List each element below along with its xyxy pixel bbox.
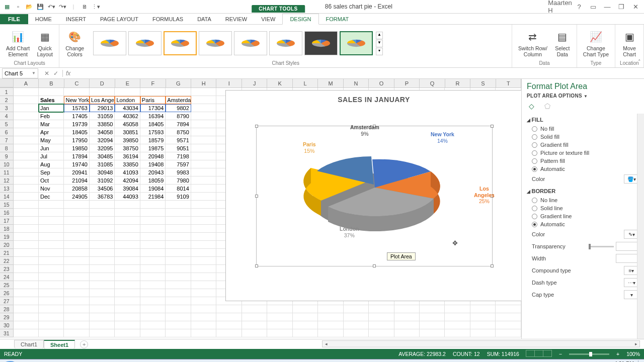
cell[interactable]: Los Angeles — [90, 96, 115, 104]
gallery-more-icon[interactable]: ▾ — [376, 48, 383, 55]
cell[interactable] — [64, 297, 89, 305]
new-icon[interactable]: ▫ — [14, 3, 22, 11]
cell[interactable]: 31085 — [90, 160, 115, 168]
change-chart-type-button[interactable]: 📈Change Chart Type — [580, 28, 612, 58]
cell[interactable] — [318, 313, 343, 321]
sheet-tab-sheet1[interactable]: Sheet1 — [44, 340, 75, 349]
cell[interactable] — [64, 233, 89, 241]
cell[interactable]: 17304 — [140, 104, 166, 112]
cell[interactable]: 36783 — [90, 193, 115, 201]
cell[interactable] — [445, 329, 470, 337]
cell[interactable] — [420, 305, 445, 313]
cell[interactable] — [140, 273, 166, 281]
cell[interactable] — [115, 281, 140, 289]
col-header-C[interactable]: C — [64, 79, 90, 87]
cell[interactable] — [394, 329, 420, 337]
pane-subtitle[interactable]: PLOT AREA OPTIONS ▼ — [522, 92, 644, 102]
cell[interactable] — [90, 233, 115, 241]
cell[interactable] — [216, 313, 242, 321]
cell[interactable]: 18579 — [140, 136, 166, 144]
view-normal-icon[interactable] — [526, 350, 535, 357]
chart-style-5[interactable] — [234, 31, 267, 55]
cell[interactable] — [191, 281, 216, 289]
cell[interactable] — [90, 281, 115, 289]
cell[interactable] — [14, 152, 39, 160]
cell[interactable]: 34058 — [90, 128, 115, 136]
cell[interactable] — [90, 273, 115, 281]
cell[interactable] — [191, 176, 216, 185]
cell[interactable] — [115, 265, 140, 273]
cell[interactable] — [166, 88, 191, 96]
cell[interactable] — [191, 193, 216, 201]
cell[interactable]: 20858 — [64, 185, 89, 193]
col-header-A[interactable]: A — [14, 79, 39, 87]
cell[interactable] — [191, 297, 216, 305]
cell[interactable] — [39, 321, 64, 329]
cell[interactable] — [90, 297, 115, 305]
cell[interactable] — [140, 321, 166, 329]
cell[interactable] — [496, 313, 521, 321]
cell[interactable]: Amsterdam — [166, 96, 191, 104]
cell[interactable]: 34506 — [90, 185, 115, 193]
cell[interactable] — [14, 96, 39, 104]
chart-style-1[interactable] — [93, 31, 126, 55]
cell[interactable] — [115, 217, 140, 225]
cell[interactable]: 36194 — [115, 152, 140, 160]
cell[interactable] — [64, 88, 89, 96]
width-input[interactable] — [616, 254, 639, 263]
cell[interactable] — [344, 313, 369, 321]
cell[interactable] — [39, 217, 64, 225]
cell[interactable] — [166, 241, 191, 249]
cell[interactable] — [166, 201, 191, 209]
tab-format[interactable]: FORMAT — [319, 14, 356, 24]
cell[interactable] — [420, 321, 445, 329]
cell[interactable] — [496, 305, 521, 313]
cell[interactable] — [90, 289, 115, 297]
cell[interactable] — [191, 128, 216, 136]
cell[interactable] — [191, 209, 216, 217]
namebox-dropdown-icon[interactable]: ▼ — [32, 71, 36, 75]
cell[interactable]: 39084 — [115, 185, 140, 193]
cell[interactable] — [64, 209, 89, 217]
cell[interactable] — [191, 313, 216, 321]
row-header[interactable]: 28 — [0, 305, 14, 313]
chart-style-2[interactable] — [128, 31, 162, 55]
cell[interactable] — [39, 241, 64, 249]
cell[interactable]: 29013 — [90, 104, 115, 112]
cell[interactable] — [470, 305, 496, 313]
cell[interactable] — [140, 217, 166, 225]
cell[interactable] — [140, 249, 166, 257]
cell[interactable] — [64, 289, 89, 297]
cell[interactable]: 41093 — [115, 168, 140, 176]
col-header-F[interactable]: F — [140, 79, 166, 87]
col-header-O[interactable]: O — [369, 79, 394, 87]
cell[interactable]: 18405 — [140, 120, 166, 128]
col-header-D[interactable]: D — [90, 79, 115, 87]
row-header[interactable]: 26 — [0, 289, 14, 297]
cell[interactable] — [140, 233, 166, 241]
cell[interactable] — [39, 249, 64, 257]
chart-style-6[interactable] — [269, 31, 302, 55]
cell[interactable]: 38750 — [115, 144, 140, 152]
cell[interactable] — [39, 305, 64, 313]
open-icon[interactable]: 📂 — [25, 3, 33, 11]
fill-section-header[interactable]: FILL — [527, 114, 642, 125]
cell[interactable] — [293, 305, 318, 313]
cell[interactable] — [39, 297, 64, 305]
close-icon[interactable]: ✕ — [629, 2, 642, 12]
opt-solid-line[interactable]: Solid line — [527, 204, 642, 212]
cell[interactable]: 44093 — [115, 193, 140, 201]
cell[interactable]: 18059 — [140, 176, 166, 185]
cell[interactable] — [394, 313, 420, 321]
col-header-G[interactable]: G — [166, 79, 191, 87]
cell[interactable] — [216, 305, 242, 313]
cell[interactable] — [64, 329, 89, 337]
show-desktop-button[interactable] — [638, 360, 642, 363]
cell[interactable] — [140, 209, 166, 217]
cell[interactable] — [115, 321, 140, 329]
cancel-formula-icon[interactable]: ✕ — [44, 70, 49, 77]
save-icon[interactable]: 💾 — [36, 3, 44, 11]
cell[interactable] — [140, 329, 166, 337]
cell[interactable] — [115, 257, 140, 265]
cell[interactable]: 20941 — [64, 168, 89, 176]
